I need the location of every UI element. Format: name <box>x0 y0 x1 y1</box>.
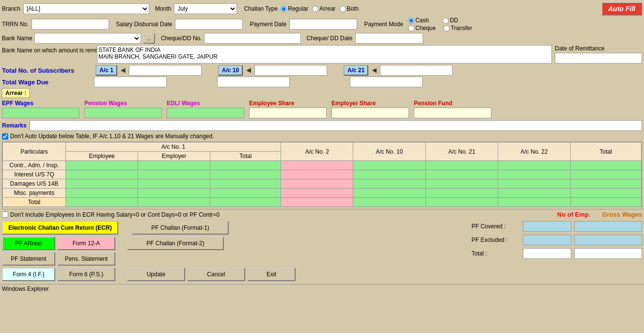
pf-statement-button[interactable]: PF Statement <box>2 252 55 266</box>
payment-cash-radio[interactable] <box>408 17 414 24</box>
table-cell-4-3[interactable] <box>283 199 351 206</box>
payment-cash-item[interactable]: Cash <box>408 17 429 24</box>
table-cell-4-4[interactable] <box>355 199 423 206</box>
salary-disbursal-input[interactable] <box>175 19 243 30</box>
bank-remit-textarea[interactable]: STATE BANK OF INDIA MAIN BRANCH, SANGANE… <box>97 45 552 63</box>
pf-covered-count-input[interactable] <box>523 221 571 232</box>
table-cell-2-7[interactable] <box>573 180 639 187</box>
pf-total-count-input[interactable] <box>523 248 571 259</box>
trrn-input[interactable] <box>31 19 109 30</box>
remarks-input[interactable] <box>30 120 642 131</box>
payment-transfer-radio[interactable] <box>443 25 450 32</box>
table-cell-1-6[interactable] <box>500 171 568 178</box>
payment-dd-item[interactable]: DD <box>442 17 458 24</box>
branch-select[interactable]: [ALL] <box>23 3 149 14</box>
payment-cheque-item[interactable]: Cheque <box>408 25 436 32</box>
pension-fund-input[interactable] <box>414 108 491 118</box>
employer-share-input[interactable] <box>331 108 409 118</box>
autofill-button[interactable]: Auto Fill <box>601 2 642 16</box>
table-cell-3-4[interactable] <box>355 190 423 196</box>
bank-browse-button[interactable]: ... <box>143 33 155 44</box>
table-cell-3-5[interactable] <box>428 190 496 196</box>
payment-cheque-radio[interactable] <box>408 25 414 32</box>
table-cell-4-0[interactable] <box>68 199 136 206</box>
table-cell-0-1[interactable] <box>140 162 208 169</box>
table-cell-1-2[interactable] <box>212 171 279 178</box>
epf-wages-input[interactable] <box>2 108 79 118</box>
challan-arrear-item[interactable]: Arrear <box>312 5 335 12</box>
pf-total-wages-input[interactable] <box>574 248 642 259</box>
table-cell-4-5[interactable] <box>428 199 496 206</box>
wage-due-ac1-input[interactable] <box>94 77 167 87</box>
table-cell-3-7[interactable] <box>573 190 639 196</box>
table-cell-1-1[interactable] <box>140 171 208 178</box>
table-cell-3-0[interactable] <box>68 190 136 196</box>
month-select[interactable]: July <box>174 3 237 14</box>
challan-both-radio[interactable] <box>340 6 346 12</box>
form4-button[interactable]: Form 4 (I.F.) <box>2 268 55 281</box>
pf-challan1-button[interactable]: PF Challan (Format-1) <box>132 221 229 235</box>
table-cell-4-1[interactable] <box>140 199 208 206</box>
bank-name-select[interactable] <box>34 33 141 44</box>
pf-challan2-button[interactable]: PF Challan (Format-2) <box>127 237 224 250</box>
table-cell-0-3[interactable] <box>283 162 351 169</box>
subscribers-ac1-input[interactable] <box>129 65 202 76</box>
edli-wages-input[interactable] <box>167 108 244 118</box>
subscribers-ac10-input[interactable] <box>254 65 327 76</box>
payment-dd-radio[interactable] <box>442 17 449 24</box>
cheque-dd-no-input[interactable] <box>204 33 301 44</box>
table-cell-0-5[interactable] <box>428 162 496 169</box>
table-cell-3-1[interactable] <box>140 190 208 196</box>
challan-both-item[interactable]: Both <box>340 5 359 12</box>
challan-regular-radio[interactable] <box>281 6 287 12</box>
pf-covered-wages-input[interactable] <box>574 221 642 232</box>
ecr-button[interactable]: Electronic Challan Cum Return (ECR) <box>2 221 118 235</box>
form12a-button[interactable]: Form 12-A <box>57 237 115 250</box>
table-cell-0-0[interactable] <box>68 162 136 169</box>
table-cell-2-6[interactable] <box>500 180 568 187</box>
payment-date-input[interactable] <box>289 19 357 30</box>
auto-update-checkbox[interactable] <box>2 133 8 140</box>
table-cell-4-2[interactable] <box>212 199 279 206</box>
cheque-dd-date-input[interactable] <box>355 33 423 44</box>
table-cell-2-3[interactable] <box>283 180 351 187</box>
payment-transfer-item[interactable]: Transfer <box>443 25 472 32</box>
cancel-button[interactable]: Cancel <box>187 268 245 281</box>
table-cell-0-6[interactable] <box>500 162 568 169</box>
table-cell-4-6[interactable] <box>500 199 568 206</box>
table-cell-2-5[interactable] <box>428 180 496 187</box>
table-cell-2-2[interactable] <box>212 180 279 187</box>
table-cell-1-0[interactable] <box>68 171 136 178</box>
update-button[interactable]: Update <box>127 268 185 281</box>
table-cell-4-7[interactable] <box>573 199 639 206</box>
table-cell-2-4[interactable] <box>355 180 423 187</box>
pf-excluded-label: PF Excluded : <box>471 237 520 243</box>
table-cell-1-7[interactable] <box>573 171 639 178</box>
subscribers-ac21-input[interactable] <box>380 65 453 76</box>
form6-button[interactable]: Form 6 (P.S.) <box>57 268 115 281</box>
table-cell-1-4[interactable] <box>355 171 423 178</box>
table-cell-3-2[interactable] <box>212 190 279 196</box>
ecr-exclude-checkbox[interactable] <box>2 211 8 218</box>
challan-regular-item[interactable]: Regular <box>281 5 308 12</box>
challan-arrear-radio[interactable] <box>312 6 318 12</box>
table-cell-3-6[interactable] <box>500 190 568 196</box>
table-cell-0-7[interactable] <box>573 162 639 169</box>
pf-excluded-count-input[interactable] <box>523 235 571 245</box>
pens-statement-button[interactable]: Pens. Statement <box>57 252 115 266</box>
table-cell-1-5[interactable] <box>428 171 496 178</box>
pf-excluded-wages-input[interactable] <box>574 235 642 245</box>
table-cell-0-4[interactable] <box>355 162 423 169</box>
pf-arrear-button[interactable]: PF ARrear <box>2 237 55 250</box>
table-cell-2-1[interactable] <box>140 180 208 187</box>
pension-wages-input[interactable] <box>84 108 162 118</box>
table-cell-3-3[interactable] <box>283 190 351 196</box>
employee-share-input[interactable] <box>249 108 327 118</box>
table-cell-2-0[interactable] <box>68 180 136 187</box>
table-cell-1-3[interactable] <box>283 171 351 178</box>
table-cell-0-2[interactable] <box>212 162 279 169</box>
wage-due-ac21-input[interactable] <box>350 77 423 87</box>
date-of-remittance-input[interactable] <box>555 53 642 63</box>
wage-due-ac10-input[interactable] <box>217 77 290 87</box>
exit-button[interactable]: Exit <box>247 268 296 281</box>
